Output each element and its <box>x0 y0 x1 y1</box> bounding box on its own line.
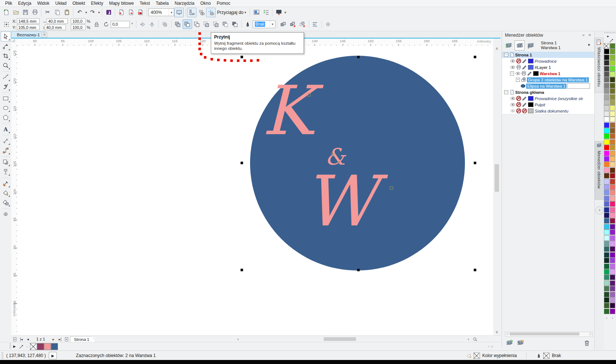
horizontal-scroll-thumb[interactable] <box>324 337 356 341</box>
add-page-start-icon[interactable] <box>11 336 18 342</box>
scale-x-input[interactable]: 100,0 <box>71 18 85 24</box>
presentation-mode-icon[interactable] <box>274 8 283 17</box>
palette-swatch[interactable] <box>604 162 609 167</box>
selection-handle[interactable] <box>357 269 360 271</box>
artistic-media-tool[interactable] <box>1 82 11 91</box>
palette-swatch[interactable] <box>610 128 615 133</box>
palette-swatch[interactable] <box>610 213 615 218</box>
menu-edycja[interactable]: Edycja <box>15 0 34 7</box>
palette-swatch[interactable] <box>604 128 609 133</box>
drawing-canvas[interactable]: K&W× <box>17 46 493 335</box>
pencil-icon[interactable] <box>522 58 527 64</box>
palette-swatch[interactable] <box>604 139 609 145</box>
drop-shadow-tool[interactable] <box>1 158 11 167</box>
palette-swatch[interactable] <box>610 105 615 111</box>
palette-swatch[interactable] <box>604 88 609 94</box>
ellipse-tool[interactable] <box>1 103 11 113</box>
palette-swatch[interactable] <box>604 207 609 213</box>
palette-swatch[interactable] <box>604 55 609 60</box>
palette-swatch[interactable] <box>604 49 609 54</box>
create-boundary-icon[interactable] <box>230 19 240 29</box>
palette-scroll-up[interactable]: ‹ <box>604 315 609 320</box>
palette-swatch[interactable] <box>610 100 615 105</box>
palette-swatch[interactable] <box>604 229 609 235</box>
palette-swatch[interactable] <box>610 173 615 179</box>
palette-swatch[interactable] <box>604 241 609 246</box>
new-layer-icon[interactable] <box>504 338 514 348</box>
palette-swatch[interactable] <box>604 145 609 150</box>
palette-swatch[interactable] <box>604 218 609 224</box>
application-launcher-icon[interactable] <box>104 8 113 17</box>
palette-swatch[interactable] <box>610 55 615 60</box>
docker-tab-wlasciwosci-obiektu[interactable]: Właściwości obiektu <box>595 38 604 93</box>
scale-y-input[interactable]: 100,0 <box>71 25 85 30</box>
intersect-icon[interactable] <box>192 19 202 29</box>
parallel-dimension-tool[interactable] <box>1 136 11 146</box>
page-tab-strona-1[interactable]: Strona 1 <box>70 336 96 342</box>
palette-swatch[interactable] <box>610 269 615 275</box>
palette-swatch[interactable] <box>604 94 609 100</box>
text-tool[interactable]: A <box>1 125 11 134</box>
palette-swatch[interactable] <box>610 297 615 303</box>
freehand-tool[interactable] <box>1 73 11 82</box>
palette-swatch[interactable] <box>610 303 615 308</box>
selection-handle[interactable] <box>357 56 360 58</box>
ruler-origin-corner[interactable] <box>11 38 18 46</box>
shape-tool[interactable] <box>1 42 11 51</box>
cut-icon[interactable]: ✂ <box>43 8 52 17</box>
printer-icon[interactable] <box>521 71 527 76</box>
collapse-icon[interactable]: − <box>510 71 514 76</box>
printer-icon[interactable] <box>516 65 521 70</box>
coords-flyout-button[interactable]: ▶ <box>49 352 57 359</box>
view-grid-icon[interactable] <box>197 8 206 17</box>
undo-icon[interactable]: ↶ <box>75 8 84 17</box>
palette-swatch[interactable] <box>604 105 609 111</box>
palette-swatch[interactable] <box>604 252 609 258</box>
trim-icon[interactable] <box>183 19 192 29</box>
rotation-input[interactable]: 0,0 <box>111 21 130 28</box>
delete-icon[interactable] <box>582 338 592 348</box>
publish-pdf-icon[interactable] <box>136 8 145 17</box>
outline-combo-arrow[interactable]: ▾ <box>270 21 275 28</box>
palette-swatch[interactable] <box>610 145 615 150</box>
palette-swatch[interactable] <box>610 94 615 100</box>
view-rulers-icon[interactable] <box>187 8 197 17</box>
options-checklist-icon[interactable] <box>261 8 271 17</box>
palette-swatch[interactable] <box>610 280 615 286</box>
snap-to-button[interactable]: Przyciągaj do▾ <box>216 9 248 16</box>
selection-handle[interactable] <box>474 269 476 271</box>
eye-icon[interactable] <box>510 58 516 64</box>
palette-swatch[interactable] <box>610 207 615 213</box>
eye-icon[interactable] <box>510 96 516 101</box>
add-docker-button[interactable]: + <box>595 206 604 214</box>
open-icon[interactable] <box>11 8 21 17</box>
menu-obiekt[interactable]: Obiekt <box>69 0 88 7</box>
tree-row-#layer-1[interactable]: #Layer 1 <box>502 64 595 71</box>
horizontal-scrollbar[interactable] <box>241 337 465 341</box>
palette-eyedropper-icon[interactable] <box>609 38 614 43</box>
pick-tool[interactable] <box>1 32 11 41</box>
palette-swatch[interactable] <box>610 151 615 156</box>
add-page-end-icon[interactable] <box>63 336 70 342</box>
palette-swatch[interactable] <box>610 156 615 162</box>
no-print-icon[interactable] <box>516 96 521 101</box>
palette-swatch[interactable] <box>604 71 609 77</box>
palette-swatch[interactable] <box>610 162 615 167</box>
nav-first-button[interactable]: |◂ <box>18 336 25 342</box>
rename-box[interactable] <box>567 83 590 89</box>
palette-swatch[interactable] <box>604 100 609 105</box>
doc-palette-swatch[interactable] <box>30 343 37 350</box>
crop-tool[interactable] <box>1 51 11 60</box>
x-position-input[interactable]: 148,5 mm <box>17 18 40 24</box>
palette-swatch[interactable] <box>604 77 609 82</box>
tree-row-strona-1[interactable]: −Strona 1 <box>502 52 595 58</box>
mirror-horizontal-icon[interactable] <box>138 19 147 29</box>
palette-swatch[interactable] <box>610 286 615 291</box>
zoom-level-combo[interactable]: 400%▾ <box>148 8 174 16</box>
copy-icon[interactable] <box>52 8 62 17</box>
palette-swatch[interactable] <box>604 286 609 291</box>
palette-swatch[interactable] <box>610 292 615 297</box>
layer-color-swatch[interactable] <box>533 71 539 76</box>
save-icon[interactable] <box>21 8 30 17</box>
layer-manager-view-icon[interactable]: 123 <box>525 40 536 51</box>
